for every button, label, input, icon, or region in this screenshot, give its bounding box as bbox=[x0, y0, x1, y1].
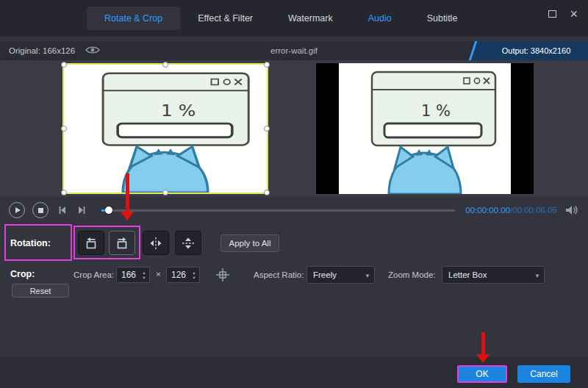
skip-forward-icon bbox=[76, 204, 87, 216]
close-icon[interactable]: × bbox=[570, 9, 578, 19]
zoom-mode-value: Letter Box bbox=[448, 270, 487, 279]
flip-horizontal-icon bbox=[148, 236, 163, 251]
tab-bar: Rotate & Crop Effect & Filter Watermark … bbox=[87, 7, 475, 30]
svg-text:1 %: 1 % bbox=[421, 102, 451, 120]
rotate-right-button[interactable] bbox=[109, 231, 135, 255]
crop-height-stepper[interactable]: ▴ ▾ bbox=[190, 267, 198, 282]
output-size-label: Output: 3840x2160 bbox=[474, 41, 588, 60]
output-preview-pane: 1 % bbox=[316, 63, 534, 194]
crop-width-field: ▴ ▾ bbox=[116, 267, 150, 283]
output-preview-image: 1 % bbox=[339, 63, 511, 194]
preview-eye-icon[interactable] bbox=[85, 46, 100, 56]
rotate-left-icon bbox=[84, 236, 98, 251]
time-current: 00:00:00.00 bbox=[465, 206, 510, 215]
preview-stage: Original: 166x126 error-wait.gif Output:… bbox=[0, 41, 588, 197]
play-icon bbox=[15, 207, 21, 213]
crop-handle[interactable] bbox=[61, 126, 67, 132]
tab-effect-filter[interactable]: Effect & Filter bbox=[180, 7, 270, 30]
tab-rotate-crop[interactable]: Rotate & Crop bbox=[87, 7, 180, 30]
original-size-label: Original: 166x126 bbox=[9, 46, 75, 55]
source-preview-image: 1 % bbox=[64, 65, 267, 193]
rotation-label: Rotation: bbox=[10, 223, 51, 263]
center-crop-button[interactable] bbox=[213, 265, 232, 284]
aspect-ratio-value: Freely bbox=[313, 270, 337, 279]
rotation-section: Rotation: bbox=[0, 223, 588, 263]
window-controls: × bbox=[548, 9, 578, 19]
crop-area-label: Crop Area: bbox=[74, 270, 114, 279]
stepper-up-icon[interactable]: ▴ bbox=[193, 270, 195, 275]
crop-height-field: ▴ ▾ bbox=[166, 267, 200, 283]
footer-bar: OK Cancel bbox=[0, 357, 588, 388]
crop-preview-pane[interactable]: 1 % bbox=[62, 63, 268, 194]
crop-handle[interactable] bbox=[162, 190, 168, 195]
zoom-mode-label: Zoom Mode: bbox=[388, 270, 436, 279]
crop-handle[interactable] bbox=[61, 190, 67, 195]
stepper-down-icon[interactable]: ▾ bbox=[143, 275, 145, 280]
info-bar: Original: 166x126 error-wait.gif Output:… bbox=[0, 41, 588, 60]
tab-watermark[interactable]: Watermark bbox=[270, 7, 351, 30]
multiply-sign: × bbox=[156, 270, 161, 279]
apply-to-all-button[interactable]: Apply to All bbox=[220, 234, 279, 252]
play-button[interactable] bbox=[9, 202, 25, 218]
crop-width-stepper[interactable]: ▴ ▾ bbox=[140, 267, 148, 282]
svg-text:1 %: 1 % bbox=[161, 102, 196, 119]
aspect-ratio-label: Aspect Ratio: bbox=[254, 270, 304, 279]
crop-handle[interactable] bbox=[264, 126, 270, 132]
tab-subtitle[interactable]: Subtitle bbox=[409, 7, 476, 30]
rotate-crop-dialog: Rotate & Crop Effect & Filter Watermark … bbox=[0, 0, 588, 388]
player-controls: 00:00:00.00/00:00:06.05 bbox=[0, 197, 588, 223]
crop-label: Crop: bbox=[10, 269, 35, 279]
chevron-down-icon: ▼ bbox=[534, 273, 540, 279]
flip-vertical-button[interactable] bbox=[175, 231, 201, 255]
crop-handle[interactable] bbox=[264, 62, 270, 68]
flip-vertical-icon bbox=[181, 236, 196, 251]
ok-button[interactable]: OK bbox=[457, 365, 507, 383]
crop-handle[interactable] bbox=[61, 62, 67, 68]
chevron-down-icon: ▼ bbox=[365, 273, 370, 279]
titlebar: Rotate & Crop Effect & Filter Watermark … bbox=[0, 0, 588, 37]
skip-back-icon bbox=[57, 204, 68, 216]
crop-handle[interactable] bbox=[162, 62, 168, 68]
crop-section: Crop: Crop Area: ▴ ▾ × ▴ ▾ Aspect Ratio: bbox=[0, 265, 588, 285]
flip-horizontal-button[interactable] bbox=[143, 231, 169, 255]
stop-button[interactable] bbox=[32, 202, 49, 218]
maximize-icon[interactable] bbox=[548, 10, 556, 18]
reset-button[interactable]: Reset bbox=[12, 284, 69, 298]
cancel-button[interactable]: Cancel bbox=[517, 365, 570, 383]
speaker-icon bbox=[565, 205, 578, 215]
next-frame-button[interactable] bbox=[75, 204, 88, 217]
stepper-down-icon[interactable]: ▾ bbox=[193, 275, 195, 280]
crop-handle[interactable] bbox=[264, 190, 270, 195]
time-display: 00:00:00.00/00:00:06.05 bbox=[465, 206, 557, 215]
stop-icon bbox=[38, 208, 43, 213]
volume-button[interactable] bbox=[564, 204, 579, 216]
rotate-right-icon bbox=[115, 236, 129, 251]
tab-audio[interactable]: Audio bbox=[351, 7, 409, 30]
rotate-left-button[interactable] bbox=[78, 231, 104, 255]
crosshair-icon bbox=[215, 267, 231, 283]
previous-frame-button[interactable] bbox=[56, 204, 69, 217]
aspect-ratio-select[interactable]: Freely ▼ bbox=[306, 266, 375, 284]
original-size-group: Original: 166x126 bbox=[9, 41, 100, 60]
output-size-badge: Output: 3840x2160 bbox=[469, 41, 588, 60]
time-total: /00:00:06.05 bbox=[510, 206, 557, 215]
seek-knob[interactable] bbox=[105, 206, 112, 214]
stepper-up-icon[interactable]: ▴ bbox=[143, 270, 145, 275]
seek-bar[interactable] bbox=[101, 209, 455, 212]
zoom-mode-select[interactable]: Letter Box ▼ bbox=[442, 266, 545, 284]
